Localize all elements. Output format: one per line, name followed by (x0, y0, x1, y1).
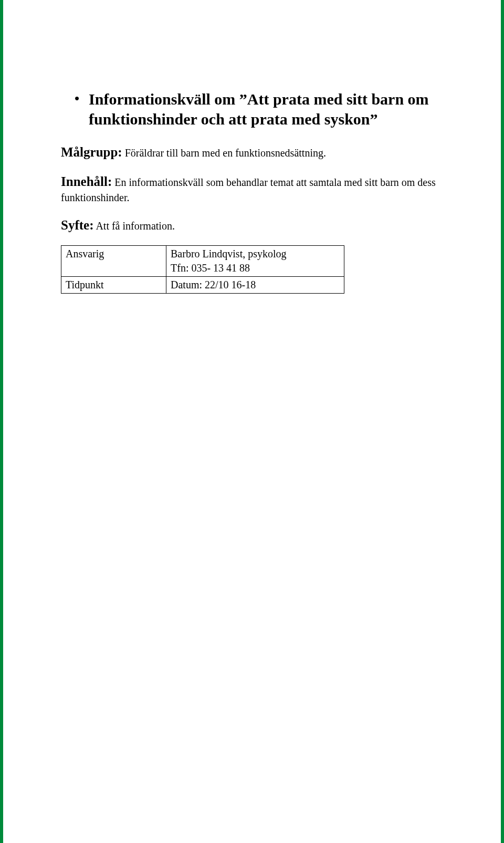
document-page: • Informationskväll om ”Att prata med si… (0, 0, 504, 843)
section-malgrupp: Målgrupp: Föräldrar till barn med en fun… (61, 143, 443, 161)
text-innehall: En informationskväll som behandlar temat… (61, 176, 436, 203)
ansvarig-phone: Tfn: 035- 13 41 88 (171, 262, 250, 274)
cell-tidpunkt-key: Tidpunkt (61, 277, 166, 294)
cell-ansvarig-key: Ansvarig (61, 246, 166, 277)
table-row: Ansvarig Barbro Lindqvist, psykolog Tfn:… (61, 246, 344, 277)
cell-tidpunkt-value: Datum: 22/10 16-18 (166, 277, 344, 294)
text-syfte: Att få information. (96, 220, 175, 232)
info-table: Ansvarig Barbro Lindqvist, psykolog Tfn:… (61, 245, 344, 294)
section-innehall: Innehåll: En informationskväll som behan… (61, 173, 443, 205)
cell-ansvarig-value: Barbro Lindqvist, psykolog Tfn: 035- 13 … (166, 246, 344, 277)
bullet-icon: • (61, 89, 89, 108)
label-malgrupp: Målgrupp: (61, 145, 122, 159)
text-malgrupp: Föräldrar till barn med en funktionsneds… (125, 147, 326, 159)
heading-row: • Informationskväll om ”Att prata med si… (61, 89, 443, 129)
table-row: Tidpunkt Datum: 22/10 16-18 (61, 277, 344, 294)
section-syfte: Syfte: Att få information. (61, 216, 443, 234)
label-innehall: Innehåll: (61, 174, 112, 189)
page-title: Informationskväll om ”Att prata med sitt… (89, 89, 443, 129)
label-syfte: Syfte: (61, 218, 93, 232)
ansvarig-name: Barbro Lindqvist, psykolog (171, 248, 287, 259)
